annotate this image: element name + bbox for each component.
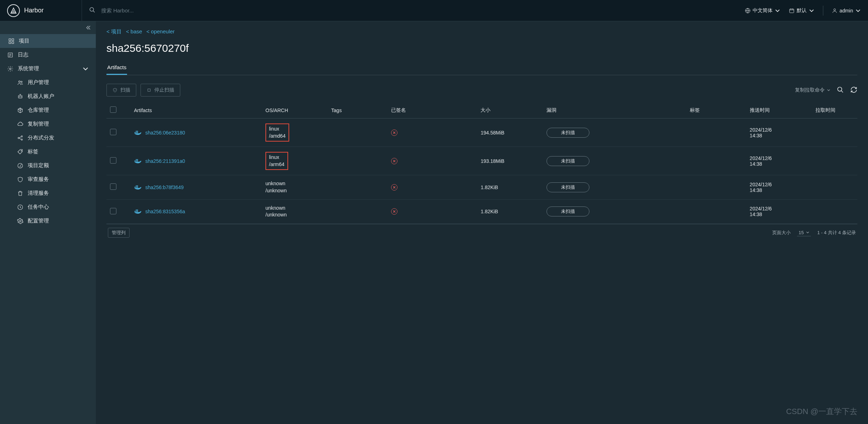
col-header-tags[interactable]: Tags: [328, 102, 387, 119]
os-arch: linux/arm64: [265, 152, 288, 170]
breadcrumb-projects[interactable]: < 项目: [106, 28, 122, 35]
sidebar-item-interrogation[interactable]: 审查服务: [0, 172, 96, 186]
chevron-down-icon: [855, 8, 861, 13]
toolbar: 扫描 停止扫描 复制拉取命令: [106, 84, 857, 97]
os-arch: unknown/unknown: [265, 205, 287, 218]
header: Harbor 中文简体 默认 admin: [0, 0, 868, 21]
search-input[interactable]: [98, 5, 738, 16]
col-header-osarch[interactable]: OS/ARCH: [262, 102, 328, 119]
refresh-icon: [850, 86, 857, 93]
stop-scan-button[interactable]: 停止扫描: [141, 84, 180, 97]
svg-point-0: [90, 7, 94, 11]
col-header-pulltime[interactable]: 拉取时间: [812, 102, 857, 119]
artifact-link[interactable]: sha256:b78f3649: [134, 185, 258, 190]
scan-button[interactable]: 扫描: [106, 84, 136, 97]
sidebar-item-replication[interactable]: 复制管理: [0, 117, 96, 131]
grid-icon: [8, 38, 15, 44]
sidebar-item-quotas[interactable]: 项目定额: [0, 159, 96, 172]
svg-rect-50: [134, 211, 136, 212]
sidebar-item-logs[interactable]: 日志: [0, 48, 96, 62]
svg-rect-8: [12, 42, 14, 43]
manage-columns-button[interactable]: 管理列: [108, 228, 130, 238]
artifact-link[interactable]: sha256:211391a0: [134, 158, 258, 164]
col-header-labels[interactable]: 标签: [686, 102, 746, 119]
tag-icon: [17, 149, 23, 155]
breadcrumb-openeuler[interactable]: < openeuler: [146, 28, 175, 35]
svg-rect-51: [136, 211, 137, 212]
col-header-pushtime[interactable]: 推送时间: [746, 102, 812, 119]
os-arch: linux/amd64: [265, 123, 289, 142]
artifact-link[interactable]: sha256:8315356a: [134, 209, 258, 214]
sidebar-item-users[interactable]: 用户管理: [0, 76, 96, 89]
page-title: sha256:5670270f: [106, 42, 857, 54]
row-checkbox[interactable]: [110, 157, 116, 164]
main-content: < 项目 < base < openeuler sha256:5670270f …: [96, 21, 868, 424]
sidebar-item-distribution[interactable]: 分布式分发: [0, 131, 96, 145]
table-row: sha256:8315356a unknown/unknown 1.82KiB …: [106, 199, 857, 224]
svg-rect-30: [136, 132, 137, 133]
unsigned-icon: [391, 208, 397, 215]
artifact-link[interactable]: sha256:06e23180: [134, 130, 258, 136]
app-name: Harbor: [24, 7, 44, 14]
search-icon: [837, 86, 844, 93]
svg-point-4: [834, 9, 835, 10]
push-time: 2024/12/614:38: [746, 147, 812, 175]
svg-rect-36: [134, 160, 136, 161]
vuln-status: 未扫描: [546, 128, 589, 138]
svg-line-28: [841, 90, 843, 92]
push-time: 2024/12/614:38: [746, 175, 812, 199]
sidebar-collapse-button[interactable]: [0, 21, 96, 34]
svg-rect-39: [136, 159, 137, 160]
os-arch: unknown/unknown: [265, 181, 287, 193]
svg-point-14: [19, 81, 21, 82]
pull-command-dropdown[interactable]: 复制拉取命令: [795, 87, 830, 93]
row-checkbox[interactable]: [110, 183, 116, 190]
sidebar-item-labels[interactable]: 标签: [0, 145, 96, 159]
table-row: sha256:b78f3649 unknown/unknown 1.82KiB …: [106, 175, 857, 199]
col-header-size[interactable]: 大小: [477, 102, 543, 119]
push-time: 2024/12/614:38: [746, 199, 812, 224]
user-icon: [832, 8, 837, 13]
chevron-down-icon: [827, 88, 830, 92]
language-selector[interactable]: 中文简体: [745, 7, 780, 14]
row-checkbox[interactable]: [110, 129, 116, 135]
search-toggle-button[interactable]: [837, 86, 844, 94]
search-icon: [89, 7, 95, 14]
tab-artifacts[interactable]: Artifacts: [106, 61, 127, 75]
sidebar-item-cleanup[interactable]: 清理服务: [0, 186, 96, 200]
docker-icon: [134, 130, 142, 136]
chevron-down-icon: [775, 8, 780, 13]
artifact-size: 193.18MiB: [477, 147, 543, 175]
vuln-status: 未扫描: [546, 207, 589, 216]
breadcrumb-base[interactable]: < base: [126, 28, 142, 35]
col-header-artifacts[interactable]: Artifacts: [130, 102, 262, 119]
theme-selector[interactable]: 默认: [789, 7, 814, 14]
svg-rect-3: [790, 9, 794, 13]
svg-rect-7: [9, 42, 11, 43]
svg-rect-40: [137, 159, 138, 160]
artifact-digest: sha256:b78f3649: [145, 185, 183, 190]
chevron-down-icon: [806, 231, 809, 234]
svg-rect-46: [136, 186, 137, 187]
svg-rect-6: [12, 39, 14, 40]
svg-point-22: [21, 150, 22, 151]
sidebar-item-registries[interactable]: 仓库管理: [0, 103, 96, 117]
sidebar-item-jobs[interactable]: 任务中心: [0, 200, 96, 214]
user-menu[interactable]: admin: [832, 8, 861, 13]
sidebar-item-robots[interactable]: 机器人账户: [0, 89, 96, 103]
sidebar-item-projects[interactable]: 项目: [0, 34, 96, 48]
push-time: 2024/12/614:38: [746, 119, 812, 147]
row-checkbox[interactable]: [110, 208, 116, 214]
select-all-checkbox[interactable]: [110, 106, 116, 113]
header-right: 中文简体 默认 admin: [738, 6, 861, 16]
sidebar-item-admin[interactable]: 系统管理: [0, 62, 96, 76]
col-header-vulns[interactable]: 漏洞: [543, 102, 686, 119]
robot-icon: [17, 93, 23, 100]
refresh-button[interactable]: [850, 86, 857, 94]
gear-icon: [17, 218, 23, 224]
shield-check-icon: [112, 88, 117, 93]
users-icon: [17, 79, 23, 86]
page-size-selector[interactable]: 15: [797, 229, 811, 236]
col-header-signed[interactable]: 已签名: [388, 102, 477, 119]
sidebar-item-config[interactable]: 配置管理: [0, 214, 96, 228]
